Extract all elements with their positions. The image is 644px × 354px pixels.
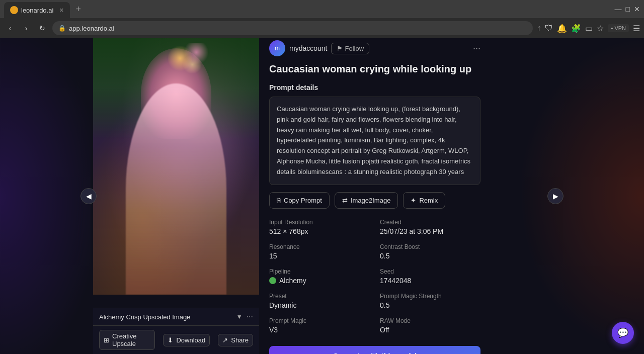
prompt-magic-value: V3 (269, 326, 370, 334)
creative-upscale-button[interactable]: ⊞ Creative Upscale (99, 330, 155, 350)
address-bar-row: ‹ › ↻ 🔒 app.leonardo.ai ↑ 🛡 🔔 🧩 ▭ ☆ • VP… (0, 18, 644, 38)
follow-icon: ⚑ (337, 45, 343, 52)
download-label: Download (176, 336, 205, 344)
browser-chrome: leonardo.ai × + — □ ✕ ‹ › ↻ 🔒 app.leonar… (0, 0, 644, 38)
tab-close-button[interactable]: × (59, 6, 63, 14)
minimize-icon[interactable]: — (615, 5, 622, 13)
pipeline-text: Alchemy (279, 277, 306, 285)
created-item: Created 25/07/23 at 3:06 PM (380, 219, 480, 235)
left-arrow-icon: ◀ (86, 192, 92, 200)
preset-item: Preset Dynamic (269, 293, 370, 309)
follow-label: Follow (345, 45, 364, 52)
image-panel: Alchemy Crisp Upscaled Image ▼ ··· ⊞ Cre… (93, 38, 259, 354)
action-buttons-row: ⎘ Copy Prompt ⇄ Image2Image ✦ Remix (269, 192, 480, 209)
bg-glow-left (0, 38, 91, 354)
shield-icon[interactable]: 🛡 (545, 24, 553, 33)
prompt-magic-strength-value: 0.5 (380, 301, 480, 309)
image-bottom-bar: Alchemy Crisp Upscaled Image ▼ ··· (93, 308, 259, 325)
image2image-label: Image2Image (351, 197, 391, 204)
image-type-dropdown[interactable]: Alchemy Crisp Upscaled Image ▼ (99, 313, 243, 321)
flowers-element (168, 43, 208, 73)
extensions-icon[interactable]: 🧩 (571, 24, 581, 33)
details-panel: m mydaccount ⚑ Follow ··· Caucasian woma… (259, 38, 491, 354)
new-tab-button[interactable]: + (72, 1, 86, 17)
bg-glow-right (518, 38, 644, 354)
next-image-button[interactable]: ▶ (547, 188, 564, 204)
raw-mode-item: RAW Mode Off (380, 317, 480, 334)
username-label: mydaccount (289, 44, 327, 52)
prompt-magic-strength-item: Prompt Magic Strength 0.5 (380, 293, 480, 309)
remix-icon: ✦ (411, 197, 416, 204)
share-button[interactable]: ↗ Share (218, 334, 253, 346)
ai-generated-image (93, 38, 259, 295)
copy-prompt-label: Copy Prompt (284, 197, 322, 204)
bookmark-icon[interactable]: ☆ (597, 24, 604, 33)
menu-icon[interactable]: ☰ (633, 24, 640, 33)
share-icon: ↗ (222, 336, 228, 344)
meta-grid: Input Resolution 512 × 768px Created 25/… (269, 219, 480, 334)
chat-support-button[interactable]: 💬 (612, 322, 634, 344)
alchemy-dot-icon (269, 277, 276, 284)
prompt-section-label: Prompt details (269, 83, 480, 92)
prompt-magic-label: Prompt Magic (269, 317, 370, 324)
prompt-text: Caucasian woman crying while looking up,… (269, 97, 480, 185)
pipeline-value: Alchemy (269, 277, 370, 285)
follow-button[interactable]: ⚑ Follow (331, 43, 369, 54)
active-tab[interactable]: leonardo.ai × (4, 2, 70, 18)
resonance-item: Resonance 15 (269, 243, 370, 260)
pipeline-item: Pipeline Alchemy (269, 268, 370, 285)
remix-button[interactable]: ✦ Remix (403, 192, 445, 209)
alert-icon[interactable]: 🔔 (557, 24, 567, 33)
address-bar[interactable]: 🔒 app.leonardo.ai (52, 21, 533, 35)
lock-icon: 🔒 (58, 25, 66, 32)
forward-button[interactable]: › (20, 22, 32, 34)
contrast-boost-item: Contrast Boost 0.5 (380, 243, 480, 260)
copy-prompt-button[interactable]: ⎘ Copy Prompt (269, 192, 330, 209)
dropdown-arrow-icon: ▼ (236, 313, 243, 320)
share-page-icon[interactable]: ↑ (537, 24, 541, 33)
tab-bar: leonardo.ai × + — □ ✕ (0, 0, 644, 18)
raw-mode-label: RAW Mode (380, 317, 480, 324)
preset-value: Dynamic (269, 301, 370, 309)
upscale-label: Creative Upscale (112, 332, 150, 347)
user-row: m mydaccount ⚑ Follow ··· (269, 38, 480, 56)
image2image-button[interactable]: ⇄ Image2Image (335, 192, 398, 209)
input-resolution-value: 512 × 768px (269, 227, 370, 235)
more-button[interactable]: ··· (473, 43, 480, 54)
url-text: app.leonardo.ai (69, 25, 114, 32)
chat-icon: 💬 (617, 327, 628, 338)
input-resolution-item: Input Resolution 512 × 768px (269, 219, 370, 235)
created-label: Created (380, 219, 480, 226)
maximize-icon[interactable]: □ (626, 5, 630, 13)
resonance-label: Resonance (269, 243, 370, 250)
download-icon: ⬇ (168, 336, 173, 344)
sidebar-icon[interactable]: ▭ (585, 24, 593, 33)
action-bar: ⊞ Creative Upscale ⬇ Download ↗ Share (93, 325, 259, 354)
image2image-icon: ⇄ (342, 197, 348, 204)
prompt-magic-strength-label: Prompt Magic Strength (380, 293, 480, 300)
avatar-initial: m (275, 45, 280, 52)
figure-silhouette (126, 83, 226, 295)
browser-right-icons: ↑ 🛡 🔔 🧩 ▭ ☆ • VPN ☰ (537, 24, 640, 33)
download-button[interactable]: ⬇ Download (163, 334, 210, 346)
prompt-magic-item: Prompt Magic V3 (269, 317, 370, 334)
created-value: 25/07/23 at 3:06 PM (380, 227, 480, 235)
image-container (93, 38, 259, 308)
refresh-button[interactable]: ↻ (36, 22, 48, 34)
copy-icon: ⎘ (277, 197, 281, 204)
share-label: Share (231, 336, 249, 344)
upscale-icon: ⊞ (104, 336, 109, 344)
back-button[interactable]: ‹ (4, 22, 16, 34)
generate-with-model-button[interactable]: Generate with this model (269, 346, 480, 354)
prev-image-button[interactable]: ◀ (80, 188, 97, 204)
raw-mode-value: Off (380, 326, 480, 334)
main-content: ◀ ▶ Alchemy Crisp Upscaled Image ▼ ··· ⊞… (0, 38, 644, 354)
more-options-button[interactable]: ··· (247, 312, 253, 321)
image-type-label: Alchemy Crisp Upscaled Image (99, 313, 190, 321)
seed-item: Seed 17442048 (380, 268, 480, 285)
close-window-icon[interactable]: ✕ (634, 5, 640, 13)
seed-value: 17442048 (380, 277, 480, 285)
image-title: Caucasian woman crying while looking up (269, 62, 480, 75)
tab-controls-right: — □ ✕ (615, 5, 640, 13)
right-arrow-icon: ▶ (553, 192, 558, 200)
